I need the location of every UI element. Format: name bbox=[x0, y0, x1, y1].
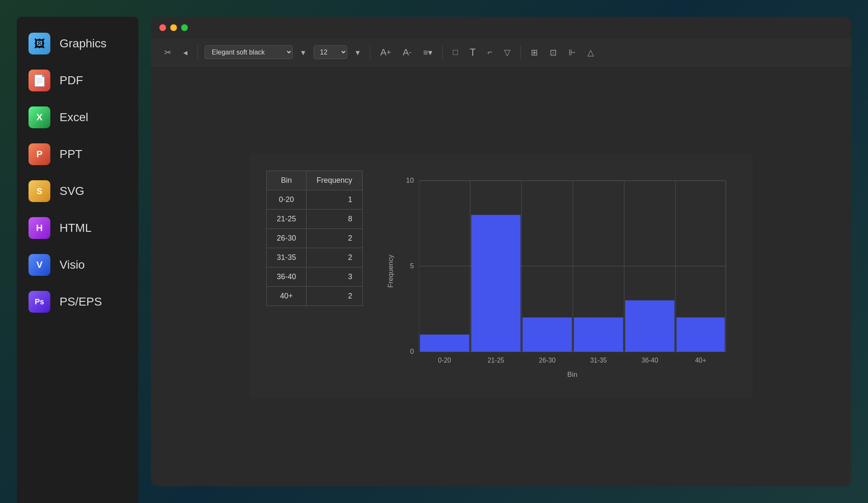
data-table: Bin Frequency 0-20121-25826-30231-35236-… bbox=[266, 171, 363, 306]
separator-3 bbox=[442, 46, 443, 59]
table-row: 40+2 bbox=[267, 287, 363, 306]
svg-text:21-25: 21-25 bbox=[488, 357, 504, 364]
align-left-button[interactable]: ⊩ bbox=[565, 45, 579, 60]
canvas-area[interactable]: Bin Frequency 0-20121-25826-30231-35236-… bbox=[151, 66, 851, 486]
table-cell-bin: 21-25 bbox=[267, 210, 307, 229]
table-cell-bin: 0-20 bbox=[267, 190, 307, 210]
svg-text:0-20: 0-20 bbox=[438, 357, 452, 364]
sidebar-label-pseps: PS/EPS bbox=[60, 295, 102, 309]
table-cell-bin: 26-30 bbox=[267, 229, 307, 248]
arrow-tool[interactable]: ▽ bbox=[501, 45, 514, 60]
table-cell-freq: 1 bbox=[307, 190, 363, 210]
sidebar-item-ppt[interactable]: P PPT bbox=[17, 136, 138, 173]
rectangle-tool[interactable]: □ bbox=[450, 45, 461, 60]
sidebar-item-html[interactable]: H HTML bbox=[17, 210, 138, 246]
sidebar-item-pseps[interactable]: Ps PS/EPS bbox=[17, 283, 138, 320]
text-tool[interactable]: T bbox=[466, 44, 479, 61]
layers-button[interactable]: ⊞ bbox=[528, 45, 541, 60]
bar-26-30 bbox=[522, 317, 572, 352]
pseps-icon: Ps bbox=[29, 291, 50, 313]
sidebar: 🖼 Graphics 📄 PDF X Excel P PPT S SVG H H… bbox=[17, 17, 138, 503]
svg-text:31-35: 31-35 bbox=[590, 357, 607, 364]
font-decrease-button[interactable]: A- bbox=[399, 44, 415, 60]
toolbar: ✂ ◂ Elegant soft black ▾ 891011121416182… bbox=[151, 39, 851, 66]
sidebar-item-pdf[interactable]: 📄 PDF bbox=[17, 62, 138, 99]
svg-text:5: 5 bbox=[410, 262, 414, 270]
svg-text:Bin: Bin bbox=[567, 371, 577, 379]
font-select[interactable]: Elegant soft black bbox=[205, 45, 293, 59]
separator-4 bbox=[520, 46, 521, 59]
table-cell-freq: 2 bbox=[307, 229, 363, 248]
bar-21-25 bbox=[471, 215, 521, 352]
flip-button[interactable]: △ bbox=[584, 45, 597, 60]
bar-36-40 bbox=[625, 301, 675, 352]
svg-text:26-30: 26-30 bbox=[539, 357, 556, 364]
table-cell-bin: 40+ bbox=[267, 287, 307, 306]
font-increase-button[interactable]: A+ bbox=[377, 44, 394, 60]
cut-button[interactable]: ✂ bbox=[161, 45, 175, 60]
align-button[interactable]: ≡▾ bbox=[420, 45, 436, 60]
sidebar-item-visio[interactable]: V Visio bbox=[17, 246, 138, 283]
table-header-freq: Frequency bbox=[307, 171, 363, 190]
font-dropdown-button[interactable]: ▾ bbox=[298, 45, 309, 60]
sidebar-label-html: HTML bbox=[60, 221, 91, 235]
ppt-icon: P bbox=[29, 143, 50, 165]
main-window: ✂ ◂ Elegant soft black ▾ 891011121416182… bbox=[151, 17, 851, 486]
maximize-button[interactable] bbox=[181, 24, 188, 31]
minimize-button[interactable] bbox=[170, 24, 177, 31]
font-size-select[interactable]: 891011121416182436 bbox=[314, 45, 347, 59]
sidebar-label-graphics: Graphics bbox=[60, 37, 107, 50]
graphics-icon: 🖼 bbox=[29, 33, 50, 54]
sidebar-label-excel: Excel bbox=[60, 111, 88, 124]
separator-2 bbox=[370, 46, 370, 59]
sidebar-item-svg[interactable]: S SVG bbox=[17, 173, 138, 210]
svg-text:36-40: 36-40 bbox=[642, 357, 658, 364]
connector-tool[interactable]: ⌐ bbox=[484, 45, 496, 60]
html-icon: H bbox=[29, 217, 50, 239]
svg-icon: S bbox=[29, 180, 50, 202]
table-row: 21-258 bbox=[267, 210, 363, 229]
sidebar-item-excel[interactable]: X Excel bbox=[17, 99, 138, 136]
svg-text:Frequency: Frequency bbox=[387, 254, 395, 288]
table-row: 0-201 bbox=[267, 190, 363, 210]
visio-icon: V bbox=[29, 254, 50, 276]
svg-text:10: 10 bbox=[406, 176, 414, 184]
svg-text:40+: 40+ bbox=[695, 357, 706, 364]
histogram-svg: 0 5 10 Frequency bbox=[384, 171, 736, 382]
close-button[interactable] bbox=[159, 24, 166, 31]
table-header-bin: Bin bbox=[267, 171, 307, 190]
bar-31-35 bbox=[574, 317, 624, 352]
bar-0-20 bbox=[420, 334, 469, 352]
chart-container: Bin Frequency 0-20121-25826-30231-35236-… bbox=[249, 154, 753, 399]
table-row: 26-302 bbox=[267, 229, 363, 248]
table-cell-freq: 2 bbox=[307, 248, 363, 267]
bar-40plus bbox=[676, 317, 725, 352]
sidebar-label-pdf: PDF bbox=[60, 74, 83, 87]
table-cell-freq: 3 bbox=[307, 267, 363, 287]
excel-icon: X bbox=[29, 106, 50, 128]
table-cell-bin: 31-35 bbox=[267, 248, 307, 267]
sidebar-label-svg: SVG bbox=[60, 184, 84, 198]
sidebar-label-visio: Visio bbox=[60, 258, 85, 272]
font-dropdown-size-button[interactable]: ▾ bbox=[352, 45, 363, 60]
sidebar-label-ppt: PPT bbox=[60, 148, 82, 161]
pdf-icon: 📄 bbox=[29, 70, 50, 91]
table-row: 31-352 bbox=[267, 248, 363, 267]
table-cell-freq: 2 bbox=[307, 287, 363, 306]
crop-button[interactable]: ⊡ bbox=[546, 45, 560, 60]
titlebar bbox=[151, 17, 851, 39]
table-cell-freq: 8 bbox=[307, 210, 363, 229]
table-row: 36-403 bbox=[267, 267, 363, 287]
sidebar-item-graphics[interactable]: 🖼 Graphics bbox=[17, 25, 138, 62]
table-cell-bin: 36-40 bbox=[267, 267, 307, 287]
undo-button[interactable]: ◂ bbox=[180, 45, 191, 60]
histogram: 0 5 10 Frequency bbox=[384, 171, 736, 382]
svg-text:0: 0 bbox=[410, 347, 414, 355]
separator-1 bbox=[198, 46, 198, 59]
